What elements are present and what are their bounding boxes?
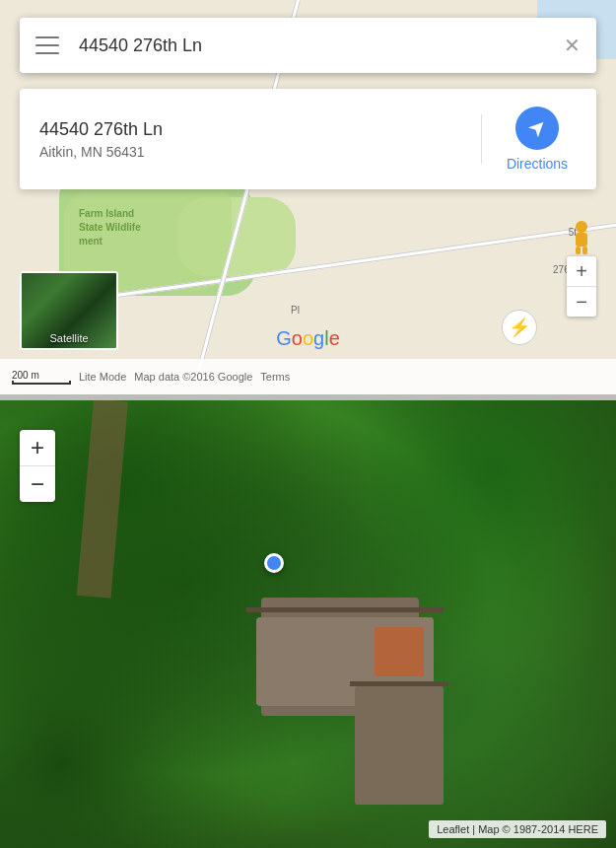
attribution-text: Leaflet | Map © 1987-2014 HERE — [437, 823, 598, 835]
scale-label: 200 m — [12, 370, 39, 381]
search-query: 44540 276th Ln — [79, 35, 564, 56]
zoom-out-button[interactable]: − — [567, 287, 596, 317]
leaflet-attribution: Leaflet | Map © 1987-2014 HERE — [429, 820, 606, 838]
leaflet-map-section: + − Leaflet | Map © 1987-2014 HERE — [0, 400, 616, 848]
svg-rect-1 — [576, 233, 587, 247]
wildlife-area-label: Farm IslandState Wildlifement — [79, 207, 141, 248]
pegman-icon[interactable] — [569, 219, 594, 254]
pin-circle — [264, 553, 284, 573]
address-line1: 44540 276th Ln — [39, 119, 465, 140]
google-logo: Google — [276, 327, 340, 350]
satellite-thumb-label: Satellite — [22, 332, 116, 344]
scale-bar: 200 m — [12, 370, 71, 385]
terms-link[interactable]: Terms — [260, 371, 290, 383]
search-bar: 44540 276th Ln ✕ — [20, 18, 596, 73]
leaflet-zoom-controls: + − — [20, 430, 55, 502]
house-annex — [355, 686, 444, 805]
structure-red — [375, 627, 424, 676]
satellite-thumbnail[interactable]: Satellite — [20, 271, 118, 350]
lite-mode-label: Lite Mode — [79, 371, 126, 383]
annex-ridge — [350, 681, 448, 686]
google-maps-section: Farm IslandState Wildlifement 276th Ln 5… — [0, 0, 616, 394]
road-label-pl: Pl — [291, 305, 300, 316]
hamburger-menu[interactable] — [35, 36, 59, 54]
zoom-controls: + − — [567, 256, 596, 317]
close-icon[interactable]: ✕ — [564, 34, 581, 57]
leaflet-zoom-in[interactable]: + — [20, 430, 55, 465]
lite-mode-button[interactable]: ⚡ — [502, 310, 537, 345]
map-bottom-bar: 200 m Lite Mode Map data ©2016 Google Te… — [0, 359, 616, 394]
card-divider — [481, 114, 482, 164]
house-ridge — [246, 607, 444, 612]
leaflet-zoom-out[interactable]: − — [20, 466, 55, 502]
address-city: Aitkin, MN 56431 — [39, 144, 465, 160]
svg-rect-2 — [576, 247, 581, 254]
directions-button[interactable]: ➤ Directions — [498, 106, 577, 172]
info-text: 44540 276th Ln Aitkin, MN 56431 — [39, 119, 465, 160]
map-copyright: Map data ©2016 Google — [134, 371, 252, 383]
directions-arrow-icon: ➤ — [515, 106, 559, 150]
svg-point-0 — [576, 221, 587, 233]
svg-rect-3 — [582, 247, 587, 254]
scale-line — [12, 381, 71, 385]
zoom-in-button[interactable]: + — [567, 256, 596, 286]
directions-label: Directions — [507, 156, 568, 172]
location-pin — [264, 553, 284, 573]
info-card: 44540 276th Ln Aitkin, MN 56431 ➤ Direct… — [20, 89, 596, 189]
